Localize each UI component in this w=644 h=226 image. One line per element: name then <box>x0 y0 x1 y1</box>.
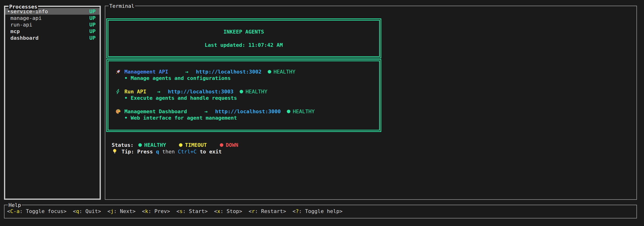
help-action: : Restart> <box>255 208 286 214</box>
agents-banner-title: INKEEP AGENTS <box>223 29 264 35</box>
selection-bullet <box>7 28 10 34</box>
legend-entry-healthy: HEALTHY <box>138 142 166 148</box>
help-key: ? <box>296 208 299 214</box>
process-name: run-api <box>10 22 32 28</box>
last-updated-text: Last updated: 11:07:42 AM <box>205 42 283 49</box>
help-action: : Prev> <box>148 208 170 214</box>
processes-panel-title: Processes <box>8 4 38 10</box>
service-status: HEALTHY <box>246 89 268 95</box>
process-row-dashboard[interactable]: dashboardUP <box>5 35 100 41</box>
lightning-icon <box>115 88 121 95</box>
help-action: : Toggle help> <box>299 208 342 214</box>
selection-bullet <box>7 15 10 21</box>
legend-entry-down: DOWN <box>220 142 238 148</box>
service-url[interactable]: http://localhost:3002 <box>196 69 262 75</box>
green-dot-icon <box>138 143 142 147</box>
status-legend-label: Status: <box>112 142 134 148</box>
process-row-manage-api[interactable]: manage-apiUP <box>5 15 100 21</box>
process-status-badge: UP <box>90 9 96 15</box>
help-item-stop: <x: Stop> <box>214 208 242 214</box>
help-action: : Quit> <box>79 208 101 214</box>
help-item-prev: <k: Prev> <box>142 208 170 214</box>
process-status-badge: UP <box>90 15 96 21</box>
arrow-icon: → <box>157 89 160 95</box>
processes-panel: Processes •service-infoUP manage-apiUP r… <box>4 6 101 200</box>
process-status-badge: UP <box>90 22 96 28</box>
process-row-run-api[interactable]: run-apiUP <box>5 21 100 28</box>
help-key: j <box>110 208 114 214</box>
red-dot-icon <box>220 143 223 147</box>
yellow-dot-icon <box>179 143 182 147</box>
tip-segment: Tip: Press <box>122 149 156 155</box>
agents-header-box: INKEEP AGENTS Last updated: 11:07:42 AM <box>106 19 381 58</box>
tip-segment: q <box>156 149 159 155</box>
services-box: Management API→http://localhost:3002HEAL… <box>106 59 381 132</box>
service-name: Management API <box>124 69 168 75</box>
help-action: : Start> <box>183 208 208 214</box>
help-item-start: <s: Start> <box>176 208 208 214</box>
help-item-next: <j: Next> <box>108 208 136 214</box>
process-name: dashboard <box>10 35 38 41</box>
health-dot <box>268 70 271 74</box>
service-row: Management API→http://localhost:3002HEAL… <box>115 68 379 75</box>
health-dot <box>287 110 290 113</box>
help-key: k <box>145 208 148 214</box>
service-entry-run-api: Run API→http://localhost:3003HEALTHY• Ex… <box>115 88 379 101</box>
bulb-icon <box>112 148 118 155</box>
help-items: <C-a: Toggle focus><q: Quit><j: Next><k:… <box>4 205 636 214</box>
health-dot <box>240 90 243 93</box>
help-action: : Next> <box>114 208 136 214</box>
help-item-quit: <q: Quit> <box>73 208 101 214</box>
terminal-panel: Terminal INKEEP AGENTS Last updated: 11:… <box>105 6 637 200</box>
service-url[interactable]: http://localhost:3000 <box>215 109 281 114</box>
help-panel: Help <C-a: Toggle focus><q: Quit><j: Nex… <box>4 205 637 218</box>
arrow-icon: → <box>204 109 208 114</box>
help-panel-title: Help <box>8 202 22 208</box>
help-action: : Stop> <box>220 208 242 214</box>
selection-bullet <box>7 22 10 28</box>
process-name: mcp <box>10 28 20 34</box>
legend-label-text: DOWN <box>226 142 238 148</box>
service-entry-management-api: Management API→http://localhost:3002HEAL… <box>115 68 379 82</box>
service-entry-management-dashboard: Management Dashboard→http://localhost:30… <box>115 108 379 121</box>
help-key: q <box>76 208 79 214</box>
legend-label-text: TIMEOUT <box>185 142 207 148</box>
tip-segment: Ctrl+C <box>178 149 196 155</box>
help-key: r <box>252 208 255 214</box>
tip-segment: then <box>159 149 178 155</box>
service-description: • Manage agents and configurations <box>115 75 379 82</box>
selection-bullet <box>7 35 10 41</box>
tip-segment: to exit <box>197 149 222 155</box>
help-key: s <box>180 208 183 214</box>
process-status-badge: UP <box>90 35 96 41</box>
legend-label-text: HEALTHY <box>144 142 166 148</box>
help-action: : Toggle focus> <box>20 208 66 214</box>
process-status-badge: UP <box>90 28 96 34</box>
tip-line: Tip: Press q then Ctrl+C to exit <box>112 148 222 155</box>
palette-icon <box>115 108 121 115</box>
help-item-toggle-help: <?: Toggle help> <box>292 208 342 214</box>
rocket-icon <box>115 68 121 75</box>
app-root: Processes •service-infoUP manage-apiUP r… <box>0 0 644 226</box>
service-name: Run API <box>124 89 146 95</box>
arrow-icon: → <box>185 69 188 75</box>
terminal-panel-title: Terminal <box>108 3 135 10</box>
process-name: manage-api <box>10 15 42 21</box>
process-row-mcp[interactable]: mcpUP <box>5 28 100 35</box>
process-list: •service-infoUP manage-apiUP run-apiUP m… <box>5 7 100 41</box>
service-url[interactable]: http://localhost:3003 <box>168 89 234 95</box>
help-key: C-a <box>10 208 20 214</box>
help-item-toggle-focus: <C-a: Toggle focus> <box>7 208 66 214</box>
service-row: Management Dashboard→http://localhost:30… <box>115 108 379 115</box>
help-item-restart: <r: Restart> <box>248 208 286 214</box>
service-row: Run API→http://localhost:3003HEALTHY <box>115 88 379 95</box>
legend-entry-timeout: TIMEOUT <box>179 142 207 148</box>
service-status: HEALTHY <box>293 109 315 114</box>
service-description: • Execute agents and handle requests <box>115 95 379 101</box>
help-key: x <box>217 208 220 214</box>
service-description: • Web interface for agent management <box>115 115 379 121</box>
status-legend: Status:HEALTHYTIMEOUTDOWN <box>112 142 251 148</box>
service-status: HEALTHY <box>274 69 296 75</box>
service-name: Management Dashboard <box>124 109 187 114</box>
